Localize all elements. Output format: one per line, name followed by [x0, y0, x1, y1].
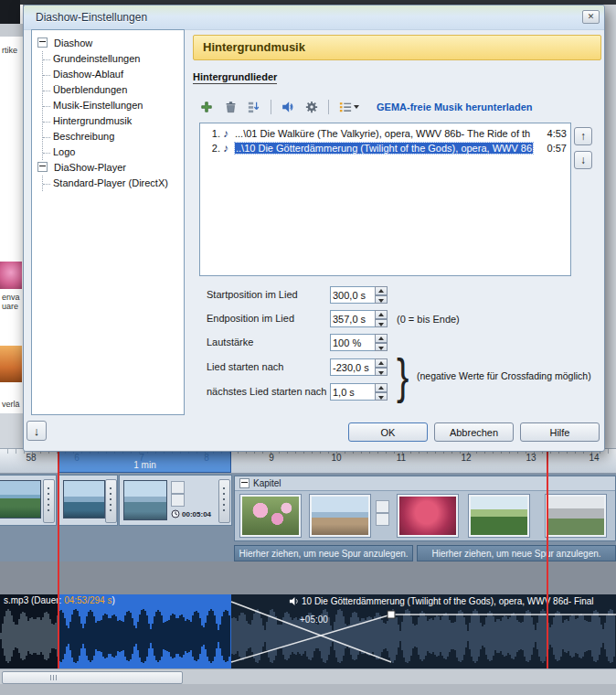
help-button[interactable]: Hilfe — [520, 422, 600, 442]
clip-badge-icon[interactable] — [376, 513, 389, 526]
lautstaerke-input[interactable] — [330, 334, 376, 351]
tree-expander-icon[interactable] — [37, 37, 48, 48]
spin-up-button[interactable] — [375, 334, 388, 343]
lied-starten-input[interactable] — [330, 358, 376, 376]
tree-item-ueberblendungen[interactable]: Überblendungen — [53, 84, 127, 95]
delete-song-button[interactable] — [219, 97, 241, 117]
drop-zone[interactable]: Hierher ziehen, um neue Spur anzulegen. — [417, 545, 616, 561]
clip-grip-handle[interactable] — [43, 479, 55, 523]
spin-down-button[interactable] — [375, 295, 388, 305]
spin-up-button[interactable] — [375, 310, 388, 319]
spin-down-button[interactable] — [375, 392, 388, 401]
chapter-label: Kapitel — [253, 477, 281, 490]
naechstes-lied-input[interactable] — [330, 383, 376, 401]
scrollbar-thumb[interactable] — [2, 671, 183, 684]
tree-item-diashow[interactable]: Diashow — [54, 37, 92, 48]
waveform — [58, 606, 231, 666]
playhead-line[interactable] — [58, 448, 59, 668]
spin-up-button[interactable] — [375, 358, 388, 368]
naechstes-lied-spinner — [330, 383, 388, 401]
speaker-icon — [289, 596, 299, 606]
tree-item-standard-player[interactable]: Standard-Player (DirectX) — [53, 177, 168, 188]
ruler-selection[interactable]: 1 min — [58, 449, 231, 473]
move-song-down-button[interactable]: ↓ — [574, 151, 592, 169]
waveform — [231, 606, 616, 666]
ruler-tick-label: 11 — [397, 453, 406, 463]
video-clip[interactable]: 00:05:04 — [119, 475, 232, 526]
tree-item-diashow-player[interactable]: DiaShow-Player — [54, 162, 126, 173]
song-row[interactable]: 2. ♪ ..\10 Die Götterdämmerung (Twilight… — [200, 141, 570, 155]
tree-item-diashow-ablauf[interactable]: Diashow-Ablauf — [53, 69, 123, 80]
arrow-down-button[interactable]: ↓ — [27, 421, 47, 441]
clip-thumbnail[interactable] — [123, 480, 167, 520]
songs-list[interactable]: 1. ♪ ...\01 Die Walküre (The Valkyrie), … — [199, 123, 571, 276]
video-track: 00:05:04 Kapitel Hierher ziehen, um neue… — [0, 474, 616, 561]
video-clip[interactable] — [58, 475, 118, 526]
background-text-fragment: verlä — [2, 400, 20, 409]
spin-down-button[interactable] — [375, 368, 388, 377]
endposition-input[interactable] — [330, 310, 376, 327]
chapter-header[interactable]: Kapitel — [235, 476, 615, 491]
video-clip[interactable] — [0, 475, 57, 526]
playhead-line[interactable] — [547, 448, 548, 668]
waveform — [0, 606, 58, 666]
chapter-thumbnail[interactable] — [546, 495, 606, 537]
chapter-thumbnail[interactable] — [469, 495, 529, 537]
tree-item-hintergrundmusik[interactable]: Hintergrundmusik — [53, 115, 132, 126]
move-song-up-button[interactable]: ↑ — [574, 127, 592, 145]
song-row[interactable]: 1. ♪ ...\01 Die Walküre (The Valkyrie), … — [200, 126, 570, 141]
tree-expander-icon[interactable] — [37, 162, 48, 172]
music-settings-button[interactable] — [301, 97, 323, 117]
spin-up-button[interactable] — [375, 383, 388, 392]
clip-badge-icon[interactable] — [376, 500, 389, 513]
ok-button[interactable]: OK — [348, 422, 428, 442]
toolbar-separator — [328, 100, 329, 114]
chapter-collapse-icon[interactable] — [239, 478, 250, 488]
background-thumbnail-fragment — [0, 262, 22, 289]
clip-thumbnail[interactable] — [0, 480, 41, 519]
clip-thumbnail[interactable] — [63, 480, 105, 519]
field-label: Lied starten nach — [207, 361, 283, 372]
note-icon: ♪ — [223, 127, 235, 140]
gema-download-link[interactable]: GEMA-freie Musik herunterladen — [377, 102, 533, 112]
chapter-thumbnail[interactable] — [240, 495, 301, 537]
spin-down-button[interactable] — [375, 343, 388, 352]
section-label: Hintergrundlieder — [193, 71, 277, 84]
startposition-input[interactable] — [330, 286, 376, 304]
screen: rtike enva uare verlä 58 6 7 8 9 10 11 1… — [0, 0, 616, 695]
ruler-tick-label: 13 — [526, 453, 536, 463]
close-button[interactable]: ✕ — [582, 10, 600, 24]
tree-item-logo[interactable]: Logo — [53, 146, 75, 157]
tree-item-grundeinstellungen[interactable]: Grundeinstellungen — [53, 53, 140, 64]
chapter-thumbnail[interactable] — [310, 495, 370, 537]
horizontal-scrollbar[interactable] — [0, 668, 616, 684]
background-text-fragment: enva — [2, 293, 20, 302]
track-spacer — [0, 561, 616, 594]
lied-starten-spinner — [330, 358, 388, 376]
renumber-button[interactable] — [243, 97, 265, 117]
audio-clip-selected[interactable] — [58, 594, 231, 668]
song-duration: 4:53 — [541, 128, 567, 139]
tree-item-beschreibung[interactable]: Beschreibung — [53, 131, 114, 142]
clip-badge-icon[interactable] — [171, 494, 185, 507]
cancel-button[interactable]: Abbrechen — [434, 422, 514, 442]
clip-grip-handle[interactable] — [218, 479, 230, 523]
playlist-menu-button[interactable] — [335, 97, 364, 117]
timeline-ruler[interactable]: 58 6 7 8 9 10 11 12 13 14 1 min — [0, 448, 616, 474]
audio-clip-current[interactable] — [0, 594, 58, 668]
spin-up-button[interactable] — [375, 286, 388, 295]
clip-grip-handle[interactable] — [105, 479, 117, 523]
preview-sound-button[interactable] — [277, 97, 299, 117]
background-toolbar-fragment — [0, 24, 23, 37]
toolbar-separator — [271, 100, 271, 114]
spin-down-button[interactable] — [375, 319, 388, 328]
drop-zone[interactable]: Hierher ziehen, um neue Spur anzulegen. — [234, 545, 413, 561]
renumber-icon — [248, 101, 260, 113]
plus-icon — [200, 101, 213, 113]
audio-track: s.mp3 (Dauer: 04:53/294 s) 10 Die Götter… — [0, 594, 616, 668]
add-song-button[interactable] — [196, 97, 218, 117]
chapter-thumbnail[interactable] — [398, 495, 458, 537]
tree-item-musik-einstellungen[interactable]: Musik-Einstellungen — [53, 100, 143, 111]
dialog-titlebar[interactable]: Diashow-Einstellungen ✕ — [24, 5, 604, 30]
clip-badge-icon[interactable] — [171, 481, 185, 494]
